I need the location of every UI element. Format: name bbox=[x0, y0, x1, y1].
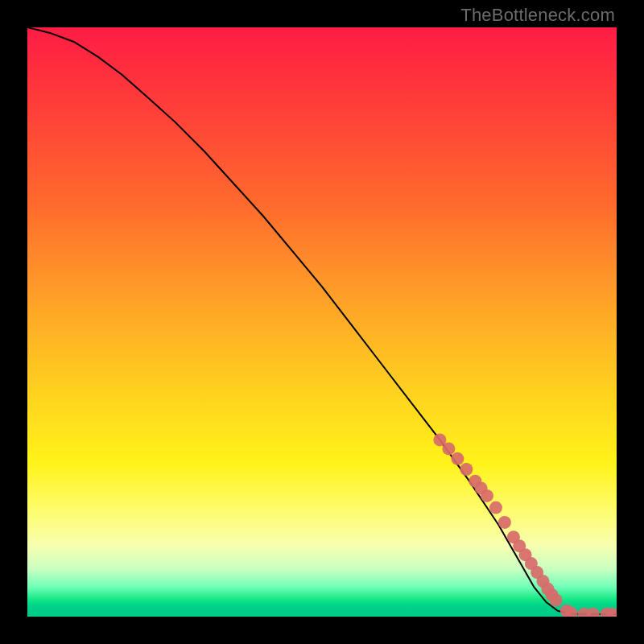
data-point bbox=[481, 489, 493, 502]
data-point bbox=[550, 594, 563, 607]
chart-overlay bbox=[27, 27, 617, 617]
data-point bbox=[498, 516, 511, 529]
plot-area bbox=[27, 27, 617, 617]
data-point bbox=[460, 463, 473, 476]
data-point bbox=[442, 442, 455, 455]
watermark-text: TheBottleneck.com bbox=[460, 5, 615, 26]
data-points bbox=[433, 433, 617, 617]
data-point bbox=[451, 452, 464, 465]
data-point bbox=[587, 608, 600, 617]
curve-line bbox=[27, 27, 617, 614]
chart-frame: TheBottleneck.com bbox=[0, 0, 644, 644]
data-point bbox=[489, 502, 502, 514]
